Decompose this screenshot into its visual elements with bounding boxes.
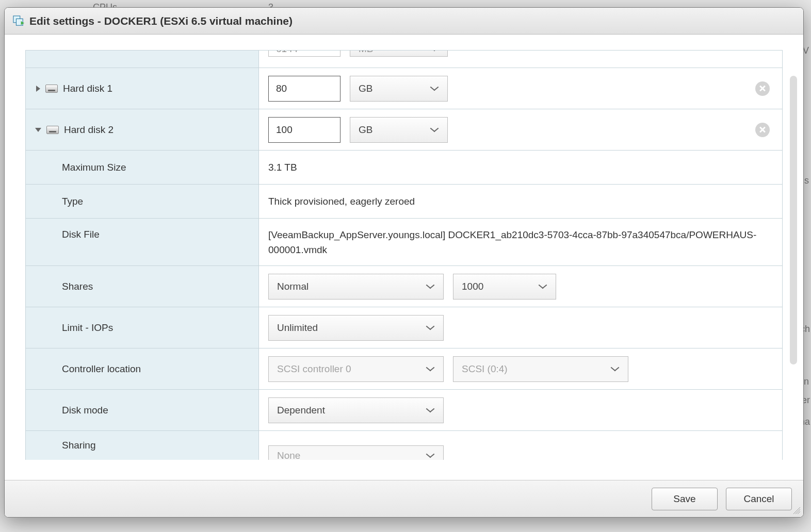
memory-size-input[interactable] (268, 51, 340, 57)
dialog-body: MB Hard disk 1 GB (5, 35, 803, 480)
chevron-down-icon (426, 408, 435, 413)
bg-right-2: s (804, 175, 809, 186)
shares-value-text: 1000 (462, 281, 483, 292)
controller-row: Controller location SCSI controller 0 SC… (26, 348, 782, 390)
type-row: Type Thick provisioned, eagerly zeroed (26, 185, 782, 219)
hard-disk-icon (45, 85, 58, 93)
iops-row: Limit - IOPs Unlimited (26, 307, 782, 348)
cancel-button[interactable]: Cancel (726, 488, 792, 510)
chevron-down-icon (426, 367, 435, 372)
controller-select: SCSI controller 0 (268, 356, 444, 382)
memory-row: MB (26, 51, 782, 68)
resize-grip[interactable] (793, 507, 800, 514)
settings-table: MB Hard disk 1 GB (25, 50, 783, 460)
disk1-size-input[interactable] (268, 76, 340, 102)
chevron-down-icon (430, 51, 439, 52)
diskfile-value: [VeeamBackup_AppServer.youngs.local] DOC… (259, 219, 782, 265)
memory-unit-select[interactable]: MB (350, 51, 448, 57)
disk2-size-input[interactable] (268, 117, 340, 143)
save-button[interactable]: Save (652, 488, 718, 510)
disk2-unit-value: GB (359, 124, 372, 136)
sharing-select: None (268, 445, 444, 460)
chevron-down-icon (610, 367, 620, 372)
dialog-footer: Save Cancel (5, 480, 803, 517)
dialog-title: Edit settings - DOCKER1 (ESXi 6.5 virtua… (29, 15, 293, 27)
shares-level-select[interactable]: Normal (268, 274, 444, 300)
chevron-down-icon (430, 127, 439, 132)
diskmode-row: Disk mode Dependent (26, 390, 782, 431)
disk2-unit-select[interactable]: GB (350, 117, 448, 143)
maxsize-value: 3.1 TB (259, 151, 782, 184)
iops-value: Unlimited (277, 322, 318, 334)
sharing-label: Sharing (26, 431, 259, 460)
hard-disk-1-label: Hard disk 1 (63, 83, 112, 94)
diskmode-label: Disk mode (26, 390, 259, 430)
controller-slot-select: SCSI (0:4) (453, 356, 628, 382)
remove-disk1-button[interactable] (755, 81, 770, 96)
maxsize-label: Maximum Size (26, 151, 259, 184)
shares-row: Shares Normal 1000 (26, 266, 782, 307)
diskmode-select[interactable]: Dependent (268, 397, 444, 423)
hard-disk-2-row: Hard disk 2 GB (26, 109, 782, 151)
expand-disk1-icon (36, 86, 40, 92)
collapse-disk2-icon (35, 128, 41, 132)
vm-icon (13, 15, 24, 27)
bg-right-4: n (804, 376, 809, 387)
chevron-down-icon (426, 453, 435, 458)
diskfile-row: Disk File [VeeamBackup_AppServer.youngs.… (26, 219, 782, 266)
hard-disk-2-label-cell[interactable]: Hard disk 2 (26, 109, 259, 150)
type-value: Thick provisioned, eagerly zeroed (259, 185, 782, 218)
hard-disk-1-row: Hard disk 1 GB (26, 68, 782, 109)
disk1-unit-select[interactable]: GB (350, 76, 448, 102)
diskmode-value: Dependent (277, 405, 325, 416)
iops-select[interactable]: Unlimited (268, 315, 444, 341)
memory-unit-value: MB (359, 51, 374, 55)
remove-disk2-button[interactable] (755, 123, 770, 137)
hard-disk-1-label-cell[interactable]: Hard disk 1 (26, 68, 259, 109)
chevron-down-icon (426, 325, 435, 330)
maxsize-row: Maximum Size 3.1 TB (26, 151, 782, 185)
chevron-down-icon (426, 284, 435, 289)
sharing-row: Sharing None (26, 431, 782, 460)
shares-value-select[interactable]: 1000 (453, 274, 556, 300)
controller-slot-value: SCSI (0:4) (462, 363, 508, 375)
shares-label: Shares (26, 266, 259, 307)
memory-label-cell (26, 51, 259, 68)
iops-label: Limit - IOPs (26, 307, 259, 348)
disk1-unit-value: GB (359, 83, 372, 94)
scrollbar[interactable] (790, 76, 797, 364)
hard-disk-2-label: Hard disk 2 (64, 124, 113, 136)
controller-label: Controller location (26, 348, 259, 389)
diskfile-label: Disk File (26, 219, 259, 265)
hard-disk-icon (46, 126, 59, 134)
chevron-down-icon (430, 86, 439, 91)
chevron-down-icon (538, 284, 547, 289)
sharing-value: None (277, 450, 300, 460)
dialog-titlebar: Edit settings - DOCKER1 (ESXi 6.5 virtua… (5, 8, 803, 35)
type-label: Type (26, 185, 259, 218)
controller-value: SCSI controller 0 (277, 363, 351, 375)
edit-settings-dialog: Edit settings - DOCKER1 (ESXi 6.5 virtua… (4, 7, 804, 518)
shares-level-value: Normal (277, 281, 309, 292)
